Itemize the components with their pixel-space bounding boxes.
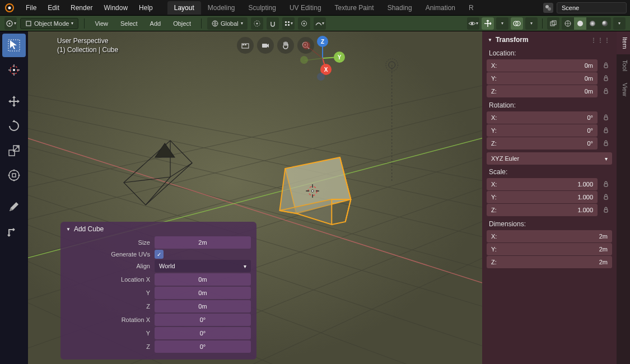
orientation-select[interactable]: Global ▾ [207, 17, 248, 30]
dim-x-field[interactable]: X:2m [487, 230, 612, 242]
size-input[interactable]: 2m [155, 236, 251, 249]
tab-item[interactable]: Item [617, 31, 630, 54]
lock-icon[interactable] [600, 204, 612, 216]
rotation-mode-select[interactable]: XYZ Euler▾ [487, 152, 612, 165]
loc-y-input[interactable]: 0m [155, 287, 251, 299]
svg-rect-74 [604, 130, 608, 133]
lock-icon[interactable] [600, 59, 612, 72]
tool-select-box[interactable] [2, 34, 26, 57]
nav-axis-neg-x[interactable] [302, 41, 310, 49]
lock-icon[interactable] [600, 124, 612, 137]
shading-rendered-icon[interactable] [599, 17, 611, 30]
view-camera-icon[interactable] [237, 37, 254, 54]
panel-grip-icon[interactable]: ⋮⋮⋮ [591, 37, 611, 43]
menu-file[interactable]: File [20, 2, 42, 14]
scale-x-field[interactable]: X:1.000 [487, 178, 598, 190]
visibility-icon[interactable]: ▾ [467, 17, 479, 30]
redo-panel-header[interactable]: ▼ Add Cube [66, 225, 251, 233]
loc-x-input[interactable]: 0m [155, 273, 251, 286]
menu-select[interactable]: Select [116, 18, 142, 29]
proportional-edit-icon[interactable] [298, 17, 310, 30]
nav-gizmo[interactable]: Z Y X [300, 36, 345, 81]
view-camera-toggle-icon[interactable] [257, 37, 274, 54]
scale-z-field[interactable]: Z:1.000 [487, 204, 598, 216]
nav-axis-neg-z[interactable] [317, 73, 325, 81]
viewport-3d[interactable]: User Perspective (1) Collection | Cube Z… [28, 31, 482, 364]
tab-layout[interactable]: Layout [167, 1, 201, 15]
nav-axis-neg-y[interactable] [300, 56, 308, 64]
tool-measure[interactable] [2, 220, 26, 243]
collection-label: (1) Collection | Cube [57, 46, 118, 54]
tab-view[interactable]: View [617, 77, 630, 102]
scene-name-input[interactable] [557, 2, 627, 13]
size-label: Size [66, 239, 150, 246]
lock-icon[interactable] [600, 72, 612, 85]
rot-y-input[interactable]: 0° [155, 327, 251, 339]
menu-add[interactable]: Add [146, 18, 166, 29]
dim-y-field[interactable]: Y:2m [487, 243, 612, 255]
overlays-dropdown-icon[interactable]: ▾ [525, 17, 538, 30]
camera-object[interactable] [124, 141, 192, 205]
nav-axis-z[interactable]: Z [317, 36, 328, 47]
shading-dropdown-icon[interactable]: ▾ [613, 17, 626, 30]
shading-solid-icon[interactable] [574, 17, 586, 30]
lock-icon[interactable] [600, 111, 612, 124]
tab-texture-paint[interactable]: Texture Paint [328, 1, 381, 15]
tab-tool[interactable]: Tool [617, 54, 630, 77]
nav-axis-y[interactable]: Y [334, 52, 345, 63]
gizmo-dropdown-icon[interactable]: ▾ [496, 17, 508, 30]
rot-x-field[interactable]: X:0° [487, 111, 598, 124]
loc-x-field[interactable]: X:0m [487, 59, 598, 72]
proportional-falloff-icon[interactable]: ▾ [314, 17, 326, 30]
editor-type-icon[interactable]: ▾ [4, 17, 17, 30]
dim-z-field[interactable]: Z:2m [487, 256, 612, 268]
mode-select[interactable]: Object Mode ▾ [20, 18, 78, 29]
tool-rotate[interactable] [2, 114, 26, 138]
align-select[interactable]: World▾ [155, 260, 251, 272]
scene-browse-icon[interactable] [543, 3, 553, 13]
menu-help[interactable]: Help [133, 2, 158, 14]
rot-x-input[interactable]: 0° [155, 314, 251, 326]
cube-object[interactable] [279, 157, 351, 225]
lock-icon[interactable] [600, 191, 612, 203]
shading-wireframe-icon[interactable] [562, 17, 574, 30]
rot-z-input[interactable]: 0° [155, 340, 251, 353]
view-pan-icon[interactable] [277, 37, 294, 54]
xray-toggle-icon[interactable] [547, 17, 559, 30]
rot-z-field[interactable]: Z:0° [487, 137, 598, 150]
tab-sculpting[interactable]: Sculpting [242, 1, 283, 15]
snap-type-icon[interactable]: ▾ [282, 17, 295, 30]
tool-cursor[interactable] [2, 58, 26, 82]
tool-move[interactable] [2, 90, 26, 113]
rot-y-field[interactable]: Y:0° [487, 124, 598, 137]
gen-uvs-checkbox[interactable]: ✓ [155, 250, 164, 259]
menu-render[interactable]: Render [65, 2, 98, 14]
menu-window[interactable]: Window [98, 2, 133, 14]
tab-uv-editing[interactable]: UV Editing [283, 1, 328, 15]
overlays-toggle-icon[interactable] [511, 17, 523, 30]
lock-icon[interactable] [600, 137, 612, 150]
lock-icon[interactable] [600, 85, 612, 97]
tool-annotate[interactable] [2, 195, 26, 218]
lock-icon[interactable] [600, 178, 612, 190]
menu-view[interactable]: View [90, 18, 113, 29]
menu-object[interactable]: Object [169, 18, 195, 29]
pivot-icon[interactable] [251, 17, 263, 30]
loc-y-field[interactable]: Y:0m [487, 72, 598, 85]
tab-shading[interactable]: Shading [381, 1, 419, 15]
tab-modeling[interactable]: Modeling [201, 1, 242, 15]
scale-y-field[interactable]: Y:1.000 [487, 191, 598, 203]
light-object[interactable] [386, 59, 398, 183]
menu-edit[interactable]: Edit [42, 2, 65, 14]
tab-animation[interactable]: Animation [419, 1, 462, 15]
loc-z-field[interactable]: Z:0m [487, 85, 598, 97]
transform-panel-header[interactable]: ▼ Transform ⋮⋮⋮ [487, 34, 612, 46]
tab-more[interactable]: R [462, 1, 480, 15]
tool-transform[interactable] [2, 164, 26, 187]
snap-toggle-icon[interactable] [267, 17, 279, 30]
svg-rect-71 [604, 78, 608, 81]
shading-matprev-icon[interactable] [586, 17, 599, 30]
gizmo-toggle-icon[interactable] [482, 17, 494, 30]
loc-z-input[interactable]: 0m [155, 300, 251, 312]
tool-scale[interactable] [2, 139, 26, 162]
